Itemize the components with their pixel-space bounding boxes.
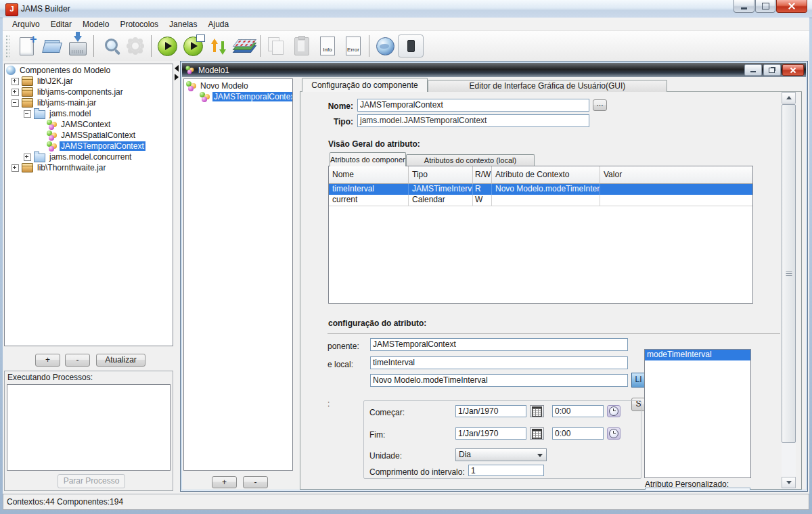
local-attr-field[interactable]: timeInterval: [370, 356, 628, 369]
col-header-rw[interactable]: R/W: [473, 166, 492, 184]
tree-node-j2k-jar[interactable]: lib\J2K.jar: [6, 76, 173, 87]
context-attr-field[interactable]: Novo Modelo.modeTimeInterval: [370, 374, 628, 387]
cell-contexto[interactable]: [492, 195, 600, 206]
custom-attribute-field-clipped[interactable]: [645, 488, 750, 490]
upload-download-button[interactable]: [206, 33, 231, 59]
cell-contexto[interactable]: Novo Modelo.modeTimeInterval: [492, 184, 600, 195]
device-button[interactable]: [398, 33, 424, 59]
model-add-button[interactable]: +: [212, 476, 237, 488]
scrollbar-thumb[interactable]: [782, 104, 796, 443]
tree-node-jams-model[interactable]: jams.model: [6, 108, 173, 119]
table-row-timeinterval[interactable]: timeInterval JAMSTimeInterval R Novo Mod…: [329, 184, 752, 195]
unit-combo[interactable]: Dia: [455, 448, 547, 461]
cell-nome[interactable]: current: [329, 195, 409, 206]
save-model-button[interactable]: [65, 33, 91, 59]
end-date-field[interactable]: 1/Jan/1970: [455, 427, 526, 440]
list-item-modetimeinterval[interactable]: modeTimeInterval: [645, 350, 750, 360]
tree-node-jams-components-jar[interactable]: lib\jams-components.jar: [6, 87, 173, 97]
start-date-calendar-button[interactable]: [530, 405, 544, 417]
model-remove-button[interactable]: -: [243, 476, 268, 488]
tree-node-jams-model-concurrent[interactable]: jams.model.concurrent: [6, 151, 173, 162]
cell-tipo[interactable]: Calendar: [409, 195, 473, 206]
link-attribute-button[interactable]: LI: [631, 373, 646, 388]
collapse-toggle-icon[interactable]: [12, 99, 19, 107]
model-tree[interactable]: Novo Modelo JAMSTemporalContext: [183, 78, 293, 471]
menu-ajuda[interactable]: Ajuda: [202, 18, 234, 30]
close-button[interactable]: [776, 0, 807, 13]
run-model-button[interactable]: [154, 33, 180, 59]
remove-component-button[interactable]: -: [65, 354, 90, 367]
info-log-button[interactable]: Info: [315, 33, 340, 59]
toolbar-drag-handle[interactable]: [5, 34, 9, 57]
interval-length-field[interactable]: 1: [468, 465, 544, 476]
frame-minimize-button[interactable]: [744, 64, 762, 76]
tab-component-config[interactable]: Configuração do componente: [302, 78, 428, 92]
search-button[interactable]: [97, 33, 122, 59]
expand-toggle-icon[interactable]: [12, 164, 19, 172]
cell-valor[interactable]: [600, 195, 752, 206]
menu-protocolos[interactable]: Protocolos: [114, 18, 164, 30]
end-time-field[interactable]: 0:00: [552, 427, 604, 440]
col-header-valor[interactable]: Valor: [600, 166, 752, 184]
browse-button[interactable]: ...: [593, 99, 607, 111]
stop-process-button[interactable]: Parar Processo: [58, 474, 125, 488]
menu-arquivo[interactable]: Arquivo: [7, 18, 45, 30]
add-component-button[interactable]: +: [35, 354, 60, 367]
tree-node-jamsspatialcontext[interactable]: JAMSSpatialContext: [6, 130, 173, 141]
collapse-toggle-icon[interactable]: [24, 110, 31, 118]
refresh-button[interactable]: Atualizar: [96, 354, 145, 367]
cell-nome[interactable]: timeInterval: [329, 184, 409, 195]
cell-rw[interactable]: W: [473, 195, 492, 206]
title-bar[interactable]: J JAMS Builder: [0, 0, 812, 18]
cell-rw[interactable]: R: [473, 184, 492, 195]
paste-button[interactable]: [289, 33, 315, 59]
cell-tipo[interactable]: JAMSTimeInterval: [409, 184, 473, 195]
processes-list[interactable]: [7, 384, 171, 471]
settings-button[interactable]: [122, 33, 148, 59]
expand-toggle-icon[interactable]: [12, 78, 19, 85]
model-tree-root[interactable]: Novo Modelo: [186, 80, 292, 91]
splitter-collapse-left-icon[interactable]: [175, 65, 179, 72]
menu-modelo[interactable]: Modelo: [77, 18, 114, 30]
col-header-contexto[interactable]: Atributo de Contexto: [492, 166, 600, 184]
scroll-down-button[interactable]: [782, 477, 796, 488]
menu-janelas[interactable]: Janelas: [164, 18, 202, 30]
tab-context-attributes[interactable]: Atributos do contexto (local): [406, 154, 535, 166]
copy-button[interactable]: [263, 33, 289, 59]
frame-restore-button[interactable]: [763, 64, 781, 76]
internal-frame-titlebar[interactable]: Modelo1: [182, 63, 806, 77]
scroll-up-button[interactable]: [782, 92, 796, 103]
new-model-button[interactable]: +: [14, 33, 39, 59]
tree-node-jamstemporalcontext[interactable]: JAMSTemporalContext: [6, 141, 173, 151]
end-time-clock-button[interactable]: [607, 427, 621, 440]
table-row-current[interactable]: current Calendar W: [329, 195, 752, 206]
menu-editar[interactable]: Editar: [45, 18, 77, 30]
frame-close-button[interactable]: [782, 64, 804, 76]
minimize-button[interactable]: [734, 0, 754, 13]
model-tree-temporalcontext[interactable]: JAMSTemporalContext: [186, 91, 292, 102]
tab-component-attributes[interactable]: Atributos do componente: [330, 152, 406, 166]
expand-toggle-icon[interactable]: [12, 89, 19, 96]
context-attribute-list[interactable]: modeTimeInterval: [644, 349, 751, 478]
component-tree[interactable]: Componentes do Modelo lib\J2K.jar lib\ja…: [4, 64, 173, 346]
tree-node-jams-main-jar[interactable]: lib\jams-main.jar: [6, 97, 173, 108]
col-header-nome[interactable]: Nome: [329, 166, 409, 184]
error-log-button[interactable]: Error: [340, 33, 366, 59]
layers-button[interactable]: [231, 33, 257, 59]
web-button[interactable]: [372, 33, 398, 59]
tab-gui-editor[interactable]: Editor de Interface Gráfica de Usuário(G…: [428, 80, 667, 92]
col-header-tipo[interactable]: Tipo: [409, 166, 473, 184]
open-model-button[interactable]: [39, 33, 65, 59]
splitter-expand-right-icon[interactable]: [175, 74, 179, 80]
start-time-field[interactable]: 0:00: [552, 405, 604, 417]
start-time-clock-button[interactable]: [607, 405, 621, 417]
start-date-field[interactable]: 1/Jan/1970: [455, 405, 526, 417]
name-field[interactable]: JAMSTemporalContext: [357, 99, 589, 112]
expand-toggle-icon[interactable]: [24, 154, 31, 161]
tree-node-jamscontext[interactable]: JAMSContext: [6, 119, 173, 130]
tree-node-thornthwaite-jar[interactable]: lib\Thornthwaite.jar: [6, 162, 173, 173]
maximize-button[interactable]: [755, 0, 775, 13]
config-scrollbar[interactable]: [782, 92, 796, 489]
end-date-calendar-button[interactable]: [530, 427, 544, 440]
run-model-gui-button[interactable]: [180, 33, 206, 59]
